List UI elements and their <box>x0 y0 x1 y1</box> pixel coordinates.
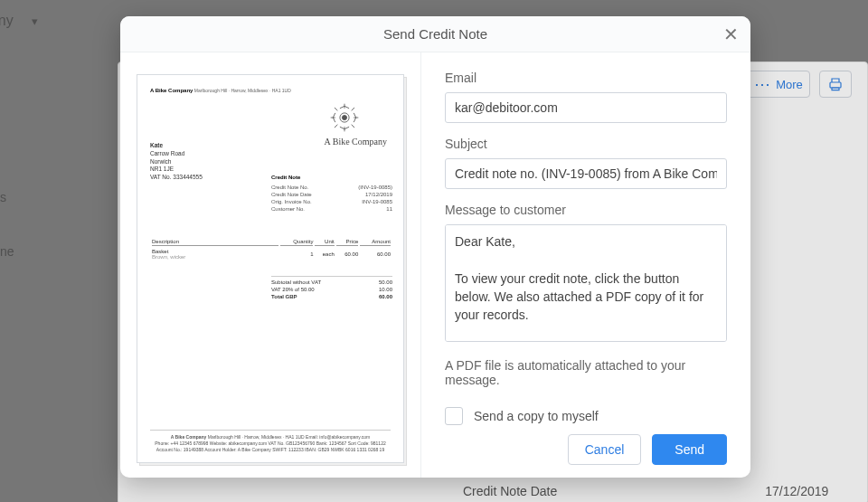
send-form: Email Subject Message to customer A PDF … <box>421 52 750 478</box>
svg-line-7 <box>335 108 337 110</box>
modal-title: Send Credit Note <box>383 26 487 42</box>
preview-totals: Subtotal without VAT50.00 VAT 20% of 50.… <box>271 274 392 300</box>
close-icon: ✕ <box>723 24 739 45</box>
send-credit-note-modal: Send Credit Note ✕ A Bike Company Marlbo… <box>120 16 750 478</box>
preview-recipient: Kate Carrow Road Norwich NR1 1JE VAT No.… <box>150 142 203 182</box>
copy-self-checkbox[interactable] <box>445 407 463 425</box>
preview-from-line: A Bike Company Marlborough Hill · Harrow… <box>150 88 391 93</box>
svg-line-16 <box>354 118 356 122</box>
subject-label: Subject <box>445 137 727 151</box>
email-field[interactable] <box>445 92 727 123</box>
svg-line-11 <box>340 106 344 109</box>
preview-credit-note-meta: Credit Note Credit Note No.(INV-19-0085)… <box>271 175 392 213</box>
preview-line-items: Description Quantity Unit Price Amount B… <box>150 236 392 262</box>
svg-point-2 <box>342 115 346 119</box>
modal-header: Send Credit Note ✕ <box>120 16 750 52</box>
svg-line-9 <box>352 108 354 110</box>
pdf-preview[interactable]: A Bike Company Marlborough Hill · Harrow… <box>137 74 404 463</box>
modal-actions: Cancel Send <box>445 425 727 465</box>
svg-line-12 <box>344 106 349 109</box>
message-field[interactable] <box>445 224 727 342</box>
subject-field[interactable] <box>445 158 727 189</box>
svg-line-18 <box>344 127 349 129</box>
copy-self-label: Send a copy to myself <box>474 409 599 423</box>
message-label: Message to customer <box>445 203 727 217</box>
copy-self-row[interactable]: Send a copy to myself <box>445 407 727 425</box>
pdf-preview-column: A Bike Company Marlborough Hill · Harrow… <box>120 52 421 478</box>
svg-line-15 <box>354 113 356 118</box>
close-button[interactable]: ✕ <box>718 22 743 47</box>
attachment-hint: A PDF file is automatically attached to … <box>445 358 727 387</box>
svg-line-13 <box>333 113 335 118</box>
preview-company-name: A Bike Company <box>325 137 387 147</box>
preview-footer: A Bike Company Marlborough Hill · Harrow… <box>150 430 391 453</box>
svg-line-10 <box>335 125 337 128</box>
cancel-button[interactable]: Cancel <box>568 434 642 465</box>
svg-line-17 <box>340 127 344 129</box>
send-button[interactable]: Send <box>652 434 727 465</box>
email-label: Email <box>445 71 727 85</box>
gear-logo-icon <box>329 102 360 133</box>
svg-line-8 <box>352 125 354 128</box>
svg-line-14 <box>333 118 335 122</box>
